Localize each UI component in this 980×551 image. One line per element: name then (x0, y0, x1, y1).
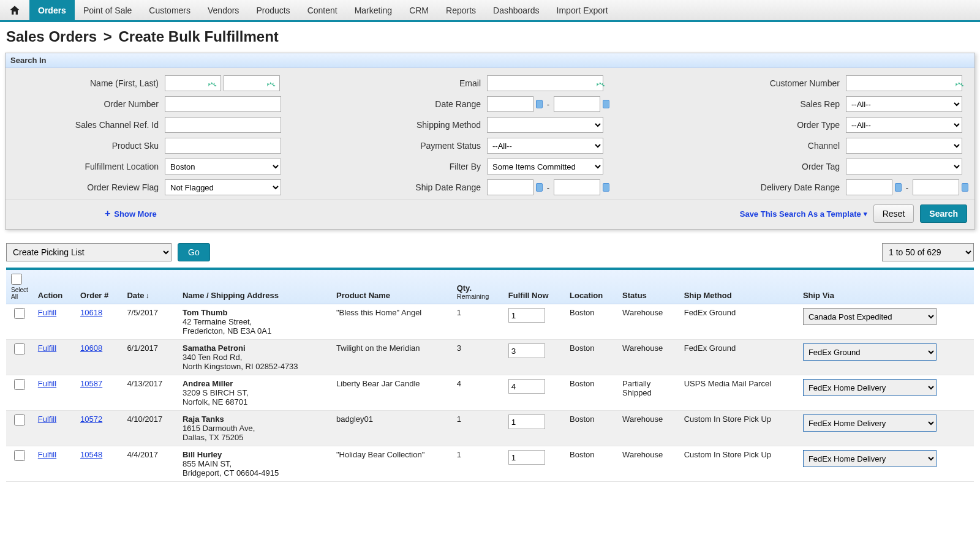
order-type-select[interactable]: --All-- (846, 117, 962, 133)
nav-tab-orders[interactable]: Orders (29, 0, 75, 20)
date-from-input[interactable] (487, 96, 533, 112)
cell-qty: 1 (452, 411, 503, 446)
order-review-flag-select[interactable]: Not Flagged (165, 179, 281, 195)
fulfill-link[interactable]: Fulfill (38, 414, 56, 424)
ship-via-select[interactable]: FedEx Ground (803, 343, 937, 361)
order-number-link[interactable]: 10587 (80, 379, 102, 388)
calendar-icon[interactable] (536, 183, 543, 192)
table-row: Fulfill 10608 6/1/2017 Samatha Petroni34… (6, 340, 974, 375)
fulfill-now-input[interactable] (508, 450, 545, 465)
nav-tab-dashboards[interactable]: Dashboards (484, 0, 548, 20)
cell-name-addr: Bill Hurley855 MAIN ST,Bridgeport, CT 06… (178, 446, 331, 482)
page-title: Sales Orders > Create Bulk Fulfillment (0, 22, 980, 53)
cell-date: 4/10/2017 (122, 411, 178, 446)
ship-date-from-input[interactable] (487, 179, 533, 195)
fulfill-now-input[interactable] (508, 343, 545, 358)
order-number-link[interactable]: 10618 (80, 308, 102, 317)
last-name-input[interactable] (224, 75, 280, 91)
reset-button[interactable]: Reset (873, 204, 914, 223)
bulk-action-select[interactable]: Create Picking List (6, 243, 172, 261)
cell-status: Warehouse (617, 340, 679, 375)
shipping-method-select[interactable] (487, 117, 603, 133)
calendar-icon[interactable] (895, 183, 902, 192)
col-qty-remaining[interactable]: Qty.Remaining (452, 270, 503, 304)
row-checkbox[interactable] (14, 414, 25, 425)
nav-tab-customers[interactable]: Customers (140, 0, 199, 20)
cell-date: 6/1/2017 (122, 340, 178, 375)
home-button[interactable] (0, 0, 29, 20)
col-date[interactable]: Date↓ (122, 270, 178, 304)
row-checkbox[interactable] (14, 343, 25, 354)
order-tag-select[interactable] (846, 159, 962, 174)
col-name-addr[interactable]: Name / Shipping Address (178, 270, 331, 304)
first-name-input[interactable] (165, 75, 221, 91)
fulfill-link[interactable]: Fulfill (38, 450, 56, 459)
nav-tab-import-export[interactable]: Import Export (548, 0, 617, 20)
ship-via-select[interactable]: FedEx Home Delivery (803, 379, 937, 396)
order-number-link[interactable]: 10572 (80, 414, 102, 424)
order-number-input[interactable] (165, 96, 281, 112)
label-order-review-flag: Order Review Flag (12, 182, 165, 192)
nav-tab-content[interactable]: Content (299, 0, 346, 20)
label-customer-number: Customer Number (723, 78, 846, 88)
delivery-date-to-input[interactable] (913, 179, 959, 195)
nav-tab-marketing[interactable]: Marketing (346, 0, 401, 20)
col-ship-via[interactable]: Ship Via (798, 270, 974, 304)
nav-tab-vendors[interactable]: Vendors (199, 0, 247, 20)
save-search-template-link[interactable]: Save This Search As a Template ▾ (740, 209, 867, 219)
label-email: Email (401, 78, 487, 88)
nav-tab-reports[interactable]: Reports (437, 0, 484, 20)
customer-number-input[interactable] (846, 75, 962, 91)
payment-status-select[interactable]: --All-- (487, 138, 603, 154)
calendar-icon[interactable] (603, 100, 609, 108)
product-sku-input[interactable] (165, 138, 281, 154)
col-action[interactable]: Action (33, 270, 75, 304)
ship-via-select[interactable]: FedEx Home Delivery (803, 414, 937, 432)
col-location[interactable]: Location (565, 270, 617, 304)
row-checkbox[interactable] (14, 308, 25, 319)
calendar-icon[interactable] (536, 100, 543, 108)
col-order-num[interactable]: Order # (75, 270, 122, 304)
fulfill-link[interactable]: Fulfill (38, 308, 56, 317)
sales-rep-select[interactable]: --All-- (846, 96, 962, 112)
channel-select[interactable] (846, 138, 962, 154)
fulfill-link[interactable]: Fulfill (38, 343, 56, 353)
select-all-checkbox[interactable] (11, 274, 22, 285)
row-checkbox[interactable] (14, 379, 25, 390)
calendar-icon[interactable] (962, 183, 968, 192)
breadcrumb-leaf: Create Bulk Fulfillment (118, 28, 278, 45)
cell-date: 4/13/2017 (122, 375, 178, 411)
ship-date-to-input[interactable] (554, 179, 600, 195)
pager-select[interactable]: 1 to 50 of 629 (882, 243, 974, 261)
order-number-link[interactable]: 10548 (80, 450, 102, 459)
fulfill-now-input[interactable] (508, 308, 545, 323)
col-fulfill-now[interactable]: Fulfill Now (503, 270, 565, 304)
cell-location: Boston (565, 375, 617, 411)
calendar-icon[interactable] (603, 183, 609, 192)
sales-channel-ref-input[interactable] (165, 117, 281, 133)
cell-status: Warehouse (617, 446, 679, 482)
fulfill-now-input[interactable] (508, 414, 545, 429)
nav-tab-crm[interactable]: CRM (401, 0, 437, 20)
cell-product: badgley01 (331, 411, 452, 446)
col-product-name[interactable]: Product Name (331, 270, 452, 304)
email-input[interactable] (487, 75, 603, 91)
go-button[interactable]: Go (178, 243, 210, 261)
show-more-link[interactable]: + Show More (105, 208, 157, 219)
filter-by-select[interactable]: Some Items Committed (487, 159, 603, 174)
col-ship-method[interactable]: Ship Method (679, 270, 798, 304)
delivery-date-from-input[interactable] (846, 179, 892, 195)
date-to-input[interactable] (554, 96, 600, 112)
breadcrumb-root: Sales Orders (6, 28, 97, 45)
order-number-link[interactable]: 10608 (80, 343, 102, 353)
fulfillment-location-select[interactable]: Boston (165, 159, 281, 174)
ship-via-select[interactable]: FedEx Home Delivery (803, 450, 937, 467)
row-checkbox[interactable] (14, 450, 25, 461)
nav-tab-products[interactable]: Products (247, 0, 298, 20)
nav-tab-point-of-sale[interactable]: Point of Sale (75, 0, 140, 20)
ship-via-select[interactable]: Canada Post Expedited (803, 308, 937, 325)
fulfill-link[interactable]: Fulfill (38, 379, 56, 388)
search-button[interactable]: Search (920, 204, 967, 223)
fulfill-now-input[interactable] (508, 379, 545, 394)
col-status[interactable]: Status (617, 270, 679, 304)
